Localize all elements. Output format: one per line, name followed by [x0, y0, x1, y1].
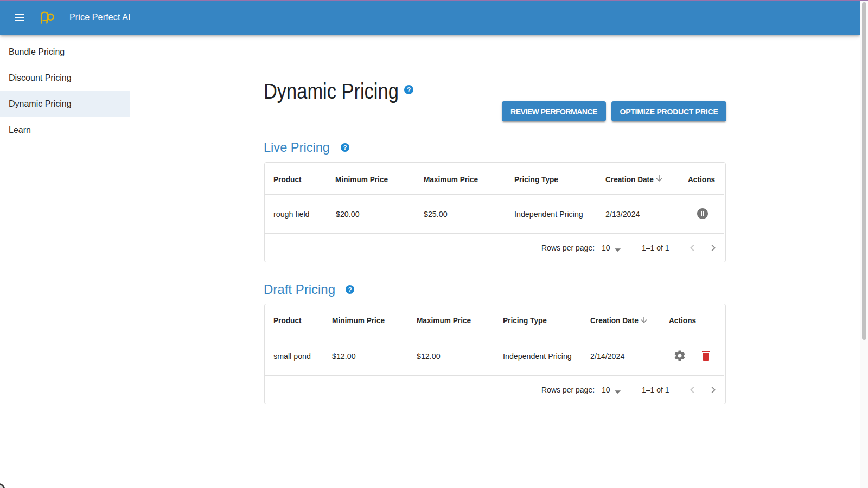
svg-text:?: ? [407, 86, 411, 94]
svg-text:?: ? [343, 144, 347, 151]
svg-text:?: ? [348, 286, 352, 293]
